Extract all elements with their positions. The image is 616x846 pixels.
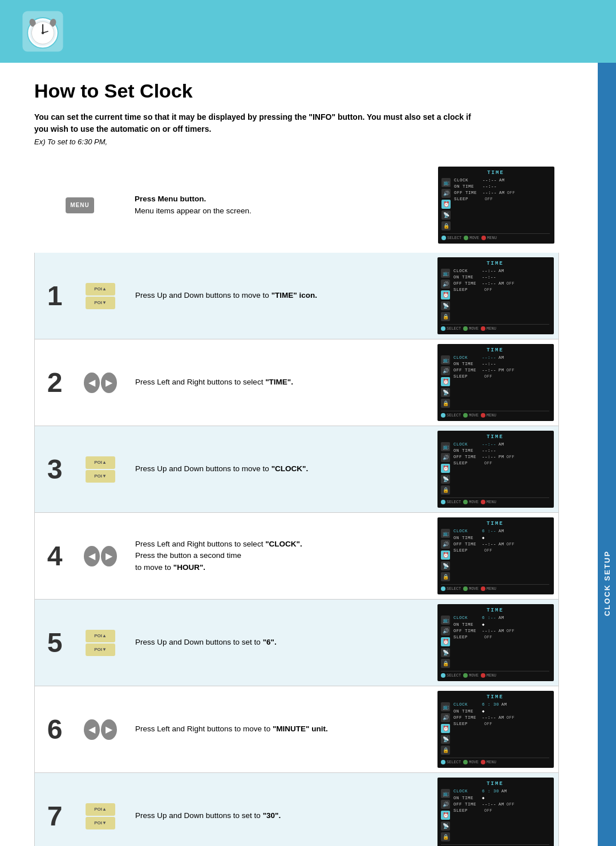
tv-data-1: CLOCK--:--AM ON TIME--:-- OFF TIME--:--A… xyxy=(453,269,549,321)
tv-sleep-row-0: SLEEP OFF xyxy=(454,197,550,201)
step-number-5: 5 xyxy=(35,600,75,686)
intro-line1: You can set the current time so that it … xyxy=(34,111,559,135)
tv-title-1: TIME xyxy=(441,261,549,266)
step-screen-1: TIME 📺 🔊 ⏰ 📡 🔒 CLOCK--:--AM ON TIME--:-- xyxy=(433,253,558,339)
tv-data-0: CLOCK --:-- AM ON TIME --:-- OFF TIME --… xyxy=(454,178,550,230)
pre-step-text: Press Menu button. Menu items appear on … xyxy=(125,193,433,217)
step-text-1: Press Up and Down buttons to move to "TI… xyxy=(126,253,433,339)
tv-icon-list-0: 📺 🔊 ⏰ 📡 🔒 xyxy=(441,178,452,230)
tv-icon-0-1: 🔊 xyxy=(441,189,451,198)
step-screen-2: TIME 📺 🔊 ⏰ 📡 🔒 CLOCK--:--AM ON TIME--:-- xyxy=(433,339,558,426)
tv-icon-0-4: 🔒 xyxy=(441,221,451,230)
example-text: Ex) To set to 6:30 PM, xyxy=(34,137,559,146)
tv-icon-list-1: 📺 🔊 ⏰ 📡 🔒 xyxy=(441,269,451,321)
step-icon-4: ◀ ▶ xyxy=(75,513,126,599)
tv-footer-1: SELECT MOVE MENU xyxy=(441,324,549,331)
tv-footer-0: SELECT MOVE MENU xyxy=(441,233,550,240)
step-screen-7: TIME 📺 🔊 ⏰ 📡 🔒 CLOCK6 : 30AM ON TIME◆ xyxy=(433,773,558,846)
step-number-6: 6 xyxy=(35,686,75,772)
step-text-2: Press Left and Right buttons to select "… xyxy=(126,339,433,426)
step-number-7: 7 xyxy=(35,773,75,846)
step-text-4: Press Left and Right buttons to select "… xyxy=(126,513,433,599)
tv-icon-0-0: 📺 xyxy=(441,178,451,187)
step-icon-5: POI▲ POI▼ xyxy=(75,600,126,686)
down-arrow-1: POI▼ xyxy=(86,297,115,309)
step-screen-4: TIME 📺 🔊 ⏰ 📡 🔒 CLOCK6 :--AM ON TIME◆ xyxy=(433,513,558,599)
step-text-5: Press Up and Down buttons to set to "6". xyxy=(126,600,433,686)
steps-container: 1 POI▲ POI▼ Press Up and Down buttons to… xyxy=(34,253,559,846)
pre-step-screen: TIME 📺 🔊 ⏰ 📡 🔒 CLOCK --:-- AM xyxy=(433,162,559,248)
right-chevron-2: ▶ xyxy=(101,373,117,393)
step-row-1: 1 POI▲ POI▼ Press Up and Down buttons to… xyxy=(34,253,559,339)
menu-button-icon: MENU xyxy=(66,197,94,213)
step-row-4: 4 ◀ ▶ Press Left and Right buttons to se… xyxy=(34,512,559,599)
step-number-3: 3 xyxy=(35,426,75,512)
updown-btn-3: POI▲ POI▼ xyxy=(86,456,115,483)
tv-icon-0-3: 📡 xyxy=(441,211,451,220)
step-text-6: Press Left and Right buttons to move to … xyxy=(126,686,433,772)
step-text-3: Press Up and Down buttons to move to "CL… xyxy=(126,426,433,512)
step-screen-3: TIME 📺 🔊 ⏰ 📡 🔒 CLOCK--:--AM ON TIME--:-- xyxy=(433,426,558,512)
sidebar-label: CLOCK SETUP xyxy=(603,550,611,616)
step-row-6: 6 ◀ ▶ Press Left and Right buttons to mo… xyxy=(34,686,559,772)
up-arrow-1: POI▲ xyxy=(86,283,115,296)
step-row-2: 2 ◀ ▶ Press Left and Right buttons to se… xyxy=(34,339,559,426)
updown-btn-1: POI▲ POI▼ xyxy=(86,283,115,309)
left-chevron-2: ◀ xyxy=(84,373,100,393)
tv-title-0: TIME xyxy=(441,170,550,176)
step-row-3: 3 POI▲ POI▼ Press Up and Down buttons to… xyxy=(34,426,559,512)
step-icon-2: ◀ ▶ xyxy=(75,339,126,426)
pre-step-icon-col: MENU xyxy=(34,197,125,213)
page-title: How to Set Clock xyxy=(34,80,559,102)
pre-step: MENU Press Menu button. Menu items appea… xyxy=(34,157,559,253)
step-number-2: 2 xyxy=(35,339,75,426)
step-number-4: 4 xyxy=(35,513,75,599)
tv-icon-0-2: ⏰ xyxy=(441,200,451,209)
tv-ontime-row-0: ON TIME --:-- xyxy=(454,184,550,189)
tv-screen-1: TIME 📺 🔊 ⏰ 📡 🔒 CLOCK--:--AM ON TIME--:-- xyxy=(437,257,554,334)
step-icon-1: POI▲ POI▼ xyxy=(75,253,126,339)
main-content: How to Set Clock You can set the current… xyxy=(0,63,616,846)
top-bar xyxy=(0,0,616,63)
step-icon-7: POI▲ POI▼ xyxy=(75,773,126,846)
svg-point-8 xyxy=(42,31,44,34)
step-screen-5: TIME 📺 🔊 ⏰ 📡 🔒 CLOCK6 :--AM ON TIME◆ xyxy=(433,600,558,686)
tv-clock-row-0: CLOCK --:-- AM xyxy=(454,178,550,183)
clock-logo xyxy=(17,6,68,57)
step-icon-3: POI▲ POI▼ xyxy=(75,426,126,512)
lr-btn-2: ◀ ▶ xyxy=(84,373,117,393)
tv-screen-0: TIME 📺 🔊 ⏰ 📡 🔒 CLOCK --:-- AM xyxy=(438,167,554,244)
lr-btn-4: ◀ ▶ xyxy=(84,546,117,566)
step-icon-6: ◀ ▶ xyxy=(75,686,126,772)
step-screen-6: TIME 📺 🔊 ⏰ 📡 🔒 CLOCK6 : 30AM ON TIME◆ xyxy=(433,686,558,772)
tv-offtime-row-0: OFF TIME --:-- AM OFF xyxy=(454,191,550,195)
sidebar: CLOCK SETUP xyxy=(598,63,616,846)
step-row-7: 7 POI▲ POI▼ Press Up and Down buttons to… xyxy=(34,772,559,846)
step-row-5: 5 POI▲ POI▼ Press Up and Down buttons to… xyxy=(34,599,559,686)
step-number-1: 1 xyxy=(35,253,75,339)
step-text-7: Press Up and Down buttons to set to "30"… xyxy=(126,773,433,846)
tv-screen-2: TIME 📺 🔊 ⏰ 📡 🔒 CLOCK--:--AM ON TIME--:-- xyxy=(437,344,554,421)
